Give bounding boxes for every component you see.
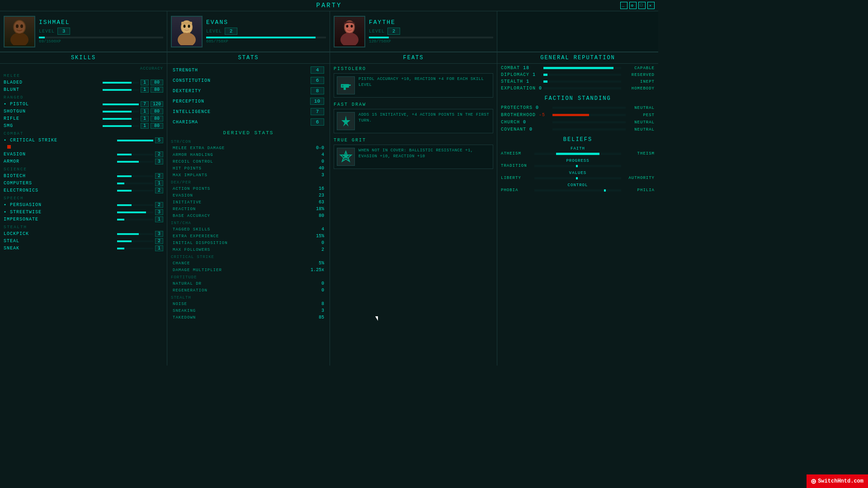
stats-column: EVANS LEVEL 2 685/750XP STATS STRENGTH 4: [167, 11, 330, 366]
skill-rifle[interactable]: RIFLE 1 80: [4, 116, 163, 122]
category-speech: SPEECH: [4, 196, 163, 201]
svg-point-15: [351, 25, 353, 28]
reputation-list: COMBAT 18 CAPABLE DIPLOMACY 1 RESERVED S…: [497, 64, 658, 197]
skills-list[interactable]: ACCURACY MELEE BLADED 1 80 BLUNT 1 80 RA…: [0, 64, 167, 337]
derived-armor-handling: ARMOR HANDLING 4: [171, 152, 326, 158]
skill-impersonate[interactable]: IMPERSONATE 1: [4, 216, 163, 222]
derived-action-points: ACTION POINTS 16: [171, 186, 326, 192]
skill-sneak[interactable]: SNEAK 1: [4, 245, 163, 251]
close-button[interactable]: ✕: [647, 2, 655, 9]
skill-biotech[interactable]: BIOTECH 2: [4, 173, 163, 179]
skill-blunt[interactable]: BLUNT 1 80: [4, 87, 163, 93]
belief-values: LIBERTY AUTHORITY: [501, 176, 655, 180]
derived-hit-points: HIT POINTS 40: [171, 165, 326, 171]
stat-intelligence: INTELLIGENCE 7: [171, 107, 326, 116]
svg-point-2: [14, 21, 25, 33]
stat-constitution: CONSTITUTION 6: [171, 76, 326, 85]
skill-critical-strike[interactable]: CRITICAL STRIKE 5: [4, 137, 163, 143]
derived-tagged-skills: TAGGED SKILLS 4: [171, 226, 326, 232]
ishmael-xp-text: 69/1500XP: [39, 39, 163, 44]
ishmael-level: 3: [57, 28, 70, 35]
feat-true-grit: TRUE GRIT WHEN NOT IN COVER: BALLISTIC R…: [334, 138, 493, 169]
fast-draw-icon: [337, 112, 355, 130]
skill-persuasion[interactable]: PERSUASION 2: [4, 202, 163, 208]
restore-button[interactable]: □: [638, 2, 646, 9]
evans-xp: 685/750XP: [206, 37, 326, 44]
skills-column: ISHMAEL LEVEL 3 69/1500XP SKILLS ACCURAC…: [0, 11, 167, 366]
settings-button[interactable]: ⚙: [629, 2, 637, 9]
skill-computers[interactable]: COMPUTERS 1: [4, 180, 163, 186]
skills-section-title: SKILLS: [0, 52, 167, 64]
skill-armor[interactable]: ARMOR 3: [4, 159, 163, 164]
category-ranged: RANGED: [4, 95, 163, 100]
derived-cat-str-con: STR/CON: [171, 140, 326, 144]
reputation-section-title: GENERAL REPUTATION: [497, 52, 658, 64]
evans-level: 2: [225, 28, 237, 35]
evans-avatar: [171, 16, 203, 47]
skill-electronics[interactable]: ELECTRONICS 2: [4, 188, 163, 193]
belief-progress-group: PROGRESS TRADITION: [501, 159, 655, 168]
faction-title: FACTION STANDING: [501, 94, 655, 103]
belief-values-group: VALUES LIBERTY AUTHORITY: [501, 171, 655, 180]
ishmael-header: ISHMAEL LEVEL 3 69/1500XP: [0, 11, 167, 52]
skill-lockpick[interactable]: LOCKPICK 3: [4, 231, 163, 237]
skill-pistol[interactable]: PISTOL 7 120: [4, 101, 163, 107]
skill-smg[interactable]: SMG 1 80: [4, 123, 163, 129]
faythe-header: FAYTHE LEVEL 2 120/750XP: [330, 11, 497, 52]
belief-progress: TRADITION: [501, 164, 655, 168]
true-grit-icon: [337, 148, 355, 166]
derived-chance: CHANCE 5%: [171, 260, 326, 266]
feats-list: PISTOLERO PISTOL ACCURACY +10, REACTION …: [330, 64, 497, 366]
category-melee: MELEE: [4, 74, 163, 78]
svg-point-9: [188, 24, 190, 28]
category-science: SCIENCE: [4, 167, 163, 172]
rep-combat: COMBAT 18 CAPABLE: [501, 66, 655, 70]
belief-faith: ATHEISM THEISM: [501, 151, 655, 156]
window-controls: _ ⚙ □ ✕: [620, 2, 655, 9]
svg-point-4: [20, 24, 23, 28]
evans-info: EVANS LEVEL 2 685/750XP: [206, 19, 326, 44]
derived-cat-critical: CRITICAL STRIKE: [171, 255, 326, 259]
beliefs-title: BELIEFS: [501, 135, 655, 145]
derived-stats-header: DERIVED STATS: [171, 128, 326, 137]
derived-evasion: EVASION 23: [171, 192, 326, 198]
ishmael-avatar: [4, 16, 35, 47]
derived-cat-int-cha: INT/CHA: [171, 221, 326, 225]
derived-takedown: TAKEDOWN 85: [171, 314, 326, 320]
faythe-name: FAYTHE: [369, 19, 493, 26]
category-stealth: STEALTH: [4, 225, 163, 230]
stat-strength: STRENGTH 4: [171, 66, 326, 75]
skill-streetwise[interactable]: STREETWISE 3: [4, 209, 163, 215]
feat-pistolero: PISTOLERO PISTOL ACCURACY +10, REACTION …: [334, 66, 493, 98]
evans-level-row: LEVEL 2: [206, 28, 326, 35]
derived-damage-multiplier: DAMAGE MULTIPLIER 1.25x: [171, 267, 326, 273]
faction-section: FACTION STANDING PROTECTORS 0 NEUTRAL BR…: [501, 94, 655, 132]
svg-point-14: [346, 25, 349, 28]
stat-perception: PERCEPTION 10: [171, 97, 326, 106]
derived-max-followers: MAX FOLLOWERS 2: [171, 247, 326, 253]
feat-fast-draw: FAST DRAW ADDS 15 INITIATIVE, +4 ACTION …: [334, 102, 493, 133]
svg-marker-20: [341, 116, 350, 127]
derived-regeneration: REGENERATION 0: [171, 287, 326, 293]
pistolero-icon: [337, 76, 355, 94]
svg-point-3: [16, 24, 19, 28]
skill-steal[interactable]: STEAL 2: [4, 238, 163, 244]
faythe-avatar: [334, 16, 365, 47]
ishmael-name: ISHMAEL: [39, 19, 163, 26]
belief-control: PHOBIA PHILIA: [501, 188, 655, 192]
faction-church: CHURCH 0 NEUTRAL: [501, 120, 655, 125]
derived-cat-dex-per: DEX/PER: [171, 180, 326, 185]
rep-stealth: STEALTH 1 INEPT: [501, 79, 655, 84]
skill-shotgun[interactable]: SHOTGUN 1 80: [4, 108, 163, 114]
minimize-button[interactable]: _: [620, 2, 627, 9]
derived-initial-disposition: INITIAL DISPOSITION 0: [171, 240, 326, 246]
faythe-level: 2: [387, 28, 400, 35]
skill-bladed[interactable]: BLADED 1 80: [4, 80, 163, 85]
evans-header: EVANS LEVEL 2 685/750XP: [167, 11, 330, 52]
beliefs-section: BELIEFS FAITH ATHEISM THEISM PROGRESS: [501, 135, 655, 192]
belief-faith-group: FAITH ATHEISM THEISM: [501, 146, 655, 156]
belief-control-group: CONTROL PHOBIA PHILIA: [501, 183, 655, 192]
svg-rect-18: [344, 88, 346, 90]
skill-evasion[interactable]: EVASION 2: [4, 151, 163, 157]
party-title: PARTY: [316, 2, 342, 9]
